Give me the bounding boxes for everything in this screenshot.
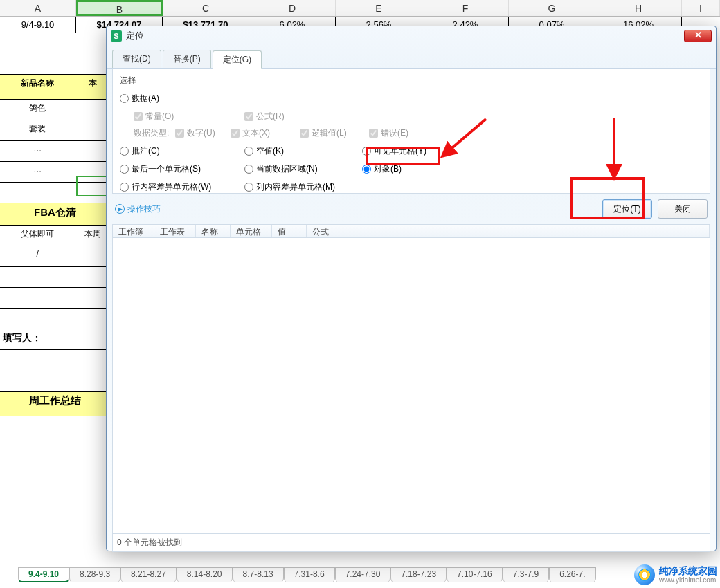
tab-find[interactable]: 查找(D) — [112, 50, 161, 68]
col-worksheet[interactable]: 工作表 — [154, 225, 196, 237]
radio-lastcell[interactable]: 最后一个单元格(S) — [120, 163, 244, 175]
sheet-tab-7[interactable]: 7.18-7.23 — [390, 567, 447, 582]
parent-cell[interactable]: 父体即可 — [0, 226, 75, 246]
radio-lastcell-input[interactable] — [120, 165, 129, 174]
radio-data[interactable]: 数据(A) — [120, 93, 244, 104]
tab-goto[interactable]: 定位(G) — [213, 50, 262, 69]
radio-current-region-input[interactable] — [244, 165, 253, 174]
dialog-action-bar: ▶ 操作技巧 定位(T) 关闭 — [107, 194, 716, 224]
dialog-title: 定位 — [126, 30, 684, 42]
left-column-area: 新品名称 本 鸽色 套装 … … FBA仓清 父体即可 本周 / 填写人： — [0, 33, 111, 588]
sheet-tab-4[interactable]: 8.7-8.13 — [233, 567, 284, 582]
watermark-line1: 纯净系统家园 — [659, 565, 717, 577]
col-name[interactable]: 名称 — [196, 225, 231, 237]
sheet-tab-0[interactable]: 9.4-9.10 — [18, 567, 69, 582]
radio-blank[interactable]: 空值(K) — [244, 145, 362, 157]
col-header-D[interactable]: D — [249, 0, 336, 16]
sheet-tab-6[interactable]: 7.24-7.30 — [335, 567, 391, 582]
sheet-tab-bar: 9.4-9.10 8.28-9.3 8.21-8.27 8.14-8.20 8.… — [0, 567, 596, 582]
goto-dialog: S 定位 ✕ 查找(D) 替换(P) 定位(G) 选择 数据(A) 常量(O) … — [106, 26, 717, 551]
sheet-tab-5[interactable]: 7.31-8.6 — [284, 567, 335, 582]
status-bar: 0 个单元格被找到 — [112, 534, 710, 552]
sheet-tab-2[interactable]: 8.21-8.27 — [120, 567, 177, 582]
goto-panel: 选择 数据(A) 常量(O) 公式(R) 数据类型: 数字(U) — [112, 69, 710, 194]
dialog-titlebar[interactable]: S 定位 ✕ — [107, 26, 716, 46]
radio-object-input[interactable] — [362, 165, 371, 174]
radio-comment-input[interactable] — [120, 147, 129, 156]
col-header-B[interactable]: B — [76, 0, 163, 16]
close-button[interactable]: ✕ — [684, 30, 712, 42]
watermark-logo-icon — [634, 564, 655, 585]
goto-button[interactable]: 定位(T) — [602, 199, 652, 219]
radio-coldiff[interactable]: 列内容差异单元格(M) — [244, 181, 362, 193]
header-fba[interactable]: FBA仓清 — [0, 203, 110, 225]
close-dialog-button[interactable]: 关闭 — [658, 199, 708, 219]
header-new-product[interactable]: 新品名称 — [0, 75, 75, 99]
slash-cell[interactable]: / — [0, 246, 75, 266]
check-number: 数字(U) — [175, 127, 231, 139]
check-error: 错误(E) — [369, 127, 438, 139]
writer-cell[interactable]: 填写人： — [0, 329, 110, 349]
radio-rowdiff[interactable]: 行内容差异单元格(W) — [120, 181, 244, 193]
check-formula-input — [244, 112, 253, 121]
types-label: 数据类型: — [134, 127, 175, 139]
this-week-cell[interactable]: 本周 — [75, 226, 110, 246]
sheet-tab-9[interactable]: 7.3-7.9 — [503, 567, 549, 582]
radio-rowdiff-input[interactable] — [120, 183, 129, 192]
watermark-line2: www.yidaimei.com — [659, 576, 717, 585]
col-cell[interactable]: 单元格 — [231, 225, 272, 237]
col-formula[interactable]: 公式 — [307, 225, 710, 237]
ellipsis-1[interactable]: … — [0, 141, 75, 161]
sheet-tab-1[interactable]: 8.28-9.3 — [69, 567, 120, 582]
check-text: 文本(X) — [231, 127, 300, 139]
col-header-E[interactable]: E — [336, 0, 422, 16]
tab-replace[interactable]: 替换(P) — [163, 50, 211, 68]
radio-data-input[interactable] — [120, 94, 129, 103]
radio-coldiff-input[interactable] — [244, 183, 253, 192]
col-workbook[interactable]: 工作簿 — [113, 225, 154, 237]
ellipsis-2[interactable]: … — [0, 162, 75, 182]
col-header-C[interactable]: C — [163, 0, 249, 16]
summary-header[interactable]: 周工作总结 — [0, 392, 110, 416]
check-constants-input — [134, 112, 143, 121]
radio-data-label: 数据(A) — [132, 93, 159, 104]
close-icon: ✕ — [694, 30, 702, 40]
play-icon: ▶ — [115, 204, 125, 214]
sheet-tab-8[interactable]: 7.10-7.16 — [447, 567, 503, 582]
watermark: 纯净系统家园 www.yidaimei.com — [634, 564, 717, 585]
col-header-I[interactable]: I — [682, 0, 720, 16]
cell-A1[interactable]: 9/4-9.10 — [0, 17, 76, 33]
col-header-G[interactable]: G — [509, 0, 595, 16]
radio-object[interactable]: 对象(B) — [362, 163, 473, 175]
results-header: 工作簿 工作表 名称 单元格 值 公式 — [112, 224, 710, 238]
app-icon: S — [111, 30, 122, 42]
radio-current-region[interactable]: 当前数据区域(N) — [244, 163, 362, 175]
radio-visible-input[interactable] — [362, 147, 371, 156]
tips-label: 操作技巧 — [127, 203, 161, 215]
col-header-A[interactable]: A — [0, 0, 76, 16]
sheet-tab-10[interactable]: 6.26-7. — [549, 567, 595, 582]
header-this[interactable]: 本 — [75, 75, 110, 99]
radio-blank-input[interactable] — [244, 147, 253, 156]
check-logic: 逻辑值(L) — [300, 127, 369, 139]
col-header-F[interactable]: F — [422, 0, 509, 16]
product-2[interactable]: 套装 — [0, 120, 75, 140]
tips-link[interactable]: ▶ 操作技巧 — [115, 203, 161, 215]
column-headers: A B C D E F G H I — [0, 0, 720, 17]
group-title: 选择 — [120, 75, 703, 86]
dialog-tabs: 查找(D) 替换(P) 定位(G) — [107, 46, 716, 69]
radio-visible[interactable]: 可见单元格(Y) — [362, 145, 473, 157]
radio-comment[interactable]: 批注(C) — [120, 145, 244, 157]
col-header-H[interactable]: H — [595, 0, 682, 16]
check-formula: 公式(R) — [244, 111, 355, 122]
check-constants: 常量(O) — [134, 111, 244, 122]
product-1[interactable]: 鸽色 — [0, 100, 75, 120]
col-value[interactable]: 值 — [272, 225, 307, 237]
results-list[interactable] — [112, 238, 710, 534]
sheet-tab-3[interactable]: 8.14-8.20 — [177, 567, 233, 582]
